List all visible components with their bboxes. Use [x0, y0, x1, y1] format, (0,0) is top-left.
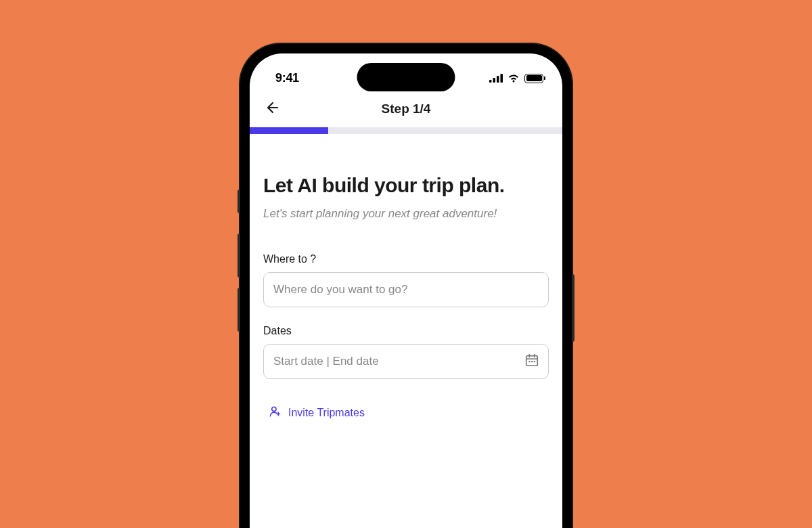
destination-label: Where to ? — [263, 253, 549, 265]
svg-point-8 — [272, 407, 276, 411]
page-subheading: Let's start planning your next great adv… — [263, 207, 549, 221]
nav-bar: Step 1/4 — [250, 91, 562, 127]
user-plus-icon — [269, 405, 281, 420]
dynamic-island — [357, 63, 455, 91]
svg-rect-4 — [526, 356, 538, 366]
dates-label: Dates — [263, 325, 549, 337]
invite-tripmates-label: Invite Tripmates — [288, 407, 365, 419]
cellular-signal-icon — [489, 74, 503, 83]
phone-side-button — [572, 274, 574, 342]
phone-screen: 9:41 — [250, 53, 562, 528]
phone-side-button — [238, 288, 240, 332]
destination-input[interactable] — [263, 272, 549, 307]
dates-input[interactable] — [263, 344, 549, 379]
svg-rect-1 — [493, 78, 496, 83]
svg-rect-5 — [528, 361, 530, 362]
invite-tripmates-link[interactable]: Invite Tripmates — [263, 397, 549, 428]
battery-icon — [524, 74, 543, 83]
phone-side-button — [238, 190, 240, 213]
arrow-left-icon — [265, 100, 281, 116]
svg-rect-0 — [489, 80, 492, 83]
destination-field-group: Where to ? — [263, 253, 549, 307]
page-heading: Let AI build your trip plan. — [263, 173, 549, 198]
svg-rect-2 — [497, 76, 499, 83]
dates-field-group: Dates — [263, 325, 549, 379]
content-area: Let AI build your trip plan. Let's start… — [250, 134, 562, 442]
status-time: 9:41 — [275, 71, 299, 85]
dates-input-wrapper — [263, 344, 549, 379]
calendar-icon[interactable] — [524, 353, 539, 370]
back-button[interactable] — [265, 100, 281, 118]
progress-bar — [250, 127, 562, 134]
nav-title: Step 1/4 — [382, 102, 431, 116]
progress-fill — [250, 127, 328, 134]
wifi-icon — [508, 74, 520, 83]
phone-frame: 9:41 — [240, 44, 572, 528]
svg-rect-3 — [501, 74, 503, 83]
svg-rect-7 — [534, 361, 535, 362]
phone-side-button — [238, 234, 240, 278]
status-icons — [489, 74, 543, 83]
svg-rect-6 — [531, 361, 533, 362]
